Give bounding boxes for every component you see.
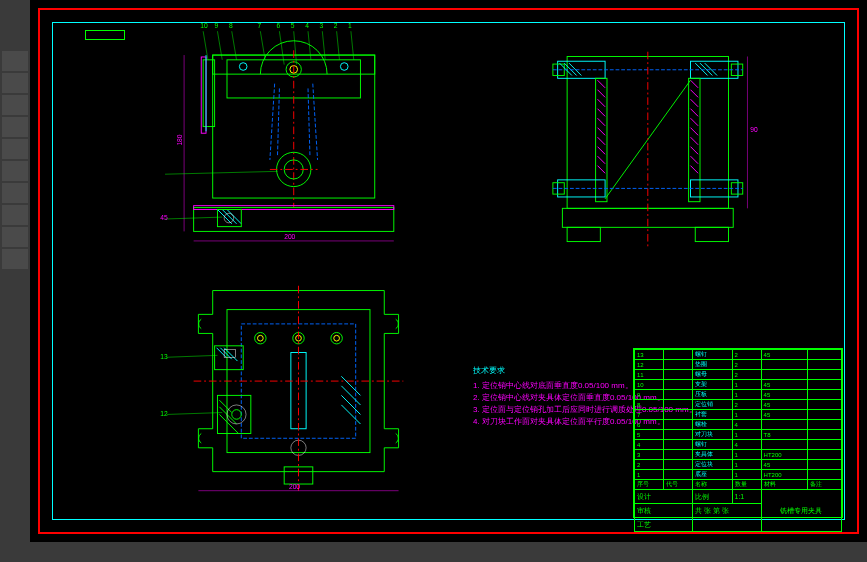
status-bar <box>0 542 867 562</box>
tool-button[interactable] <box>2 205 28 225</box>
svg-line-54 <box>598 127 606 135</box>
bom-table: 13螺钉245 12垫圈2 11螺母2 10支架145 9压板145 8定位销2… <box>634 349 842 532</box>
tool-button[interactable] <box>2 227 28 247</box>
svg-line-57 <box>598 156 606 164</box>
bom-row: 6螺栓4 <box>635 420 842 430</box>
svg-point-87 <box>333 336 339 342</box>
bom-row: 13螺钉245 <box>635 350 842 360</box>
tool-palette <box>0 0 30 562</box>
tool-button[interactable] <box>2 51 28 71</box>
svg-rect-93 <box>214 346 243 370</box>
bom-row: 1底座1HT200 <box>635 470 842 480</box>
drawing-border-outer: 10 9 8 7 6 5 4 3 2 1 <box>38 8 859 534</box>
svg-line-105 <box>341 386 360 405</box>
callout: 4 <box>305 22 309 29</box>
tool-button[interactable] <box>2 95 28 115</box>
bom-row: 7衬套145 <box>635 410 842 420</box>
bom-row: 5对刀块1T8 <box>635 430 842 440</box>
svg-point-82 <box>254 333 265 344</box>
svg-line-67 <box>691 156 699 164</box>
callout: 13 <box>160 354 168 361</box>
svg-line-65 <box>691 137 699 145</box>
callout: 5 <box>290 22 294 29</box>
bom-row: 11螺母2 <box>635 370 842 380</box>
tool-button[interactable] <box>2 139 28 159</box>
dimension: 90 <box>750 126 758 133</box>
callout: 8 <box>228 22 232 29</box>
svg-line-51 <box>598 99 606 107</box>
svg-line-64 <box>691 127 699 135</box>
callout: 3 <box>319 22 323 29</box>
callout: 10 <box>200 22 208 29</box>
tool-button[interactable] <box>2 161 28 181</box>
drawing-viewport[interactable]: 10 9 8 7 6 5 4 3 2 1 <box>30 0 867 542</box>
callout: 9 <box>214 22 218 29</box>
bom-header: 序号代号名称数量材料备注 <box>635 480 842 490</box>
cad-application: 10 9 8 7 6 5 4 3 2 1 <box>0 0 867 562</box>
tool-button[interactable] <box>2 249 28 269</box>
svg-line-0 <box>203 31 208 60</box>
dimension: 200 <box>288 483 299 490</box>
side-view: 90 <box>530 47 775 256</box>
svg-line-109 <box>166 413 221 415</box>
svg-point-16 <box>340 63 348 71</box>
callout: 1 <box>348 22 352 29</box>
bom-row: 4螺钉4 <box>635 440 842 450</box>
bom-row: 3夹具体1HT200 <box>635 450 842 460</box>
svg-line-58 <box>598 165 606 173</box>
bom-row: 12垫圈2 <box>635 360 842 370</box>
svg-line-108 <box>166 356 217 358</box>
dimension: 180 <box>176 134 183 145</box>
svg-line-52 <box>598 108 606 116</box>
svg-line-49 <box>598 80 606 88</box>
top-view: 13 12 200 <box>163 281 424 500</box>
svg-line-66 <box>691 146 699 154</box>
svg-line-59 <box>691 80 699 88</box>
svg-rect-77 <box>695 227 728 241</box>
title-row: 设计比例1:1 铣槽专用夹具 <box>635 490 842 504</box>
svg-point-103 <box>231 410 241 420</box>
svg-rect-76 <box>567 227 600 241</box>
bom-row: 2定位块145 <box>635 460 842 470</box>
callout: 2 <box>333 22 337 29</box>
svg-point-84 <box>330 333 341 344</box>
callout: 12 <box>160 411 168 418</box>
svg-line-53 <box>598 118 606 126</box>
dimension: 200 <box>284 233 295 240</box>
svg-line-106 <box>341 396 360 415</box>
svg-line-50 <box>598 89 606 97</box>
tool-button[interactable] <box>2 183 28 203</box>
svg-line-104 <box>341 377 360 396</box>
tool-button[interactable] <box>2 73 28 93</box>
dimension: 45 <box>160 214 168 221</box>
bom-row: 8定位销245 <box>635 400 842 410</box>
front-view: 10 9 8 7 6 5 4 3 2 1 <box>163 36 424 255</box>
revision-mark <box>85 30 125 40</box>
svg-line-33 <box>165 171 277 174</box>
svg-line-62 <box>691 108 699 116</box>
svg-line-107 <box>341 405 360 424</box>
svg-line-99 <box>219 401 231 413</box>
svg-point-85 <box>257 336 263 342</box>
title-block: 13螺钉245 12垫圈2 11螺母2 10支架145 9压板145 8定位销2… <box>633 348 843 518</box>
svg-line-61 <box>691 99 699 107</box>
svg-point-102 <box>227 405 246 424</box>
tool-button[interactable] <box>2 117 28 137</box>
svg-point-15 <box>239 63 247 71</box>
callout: 6 <box>276 22 280 29</box>
callout: 7 <box>257 22 261 29</box>
svg-line-60 <box>691 89 699 97</box>
svg-line-68 <box>691 165 699 173</box>
svg-line-55 <box>598 137 606 145</box>
svg-line-63 <box>691 118 699 126</box>
svg-line-56 <box>598 146 606 154</box>
bom-row: 9压板145 <box>635 390 842 400</box>
drawing-title: 铣槽专用夹具 <box>761 490 841 532</box>
bom-row: 10支架145 <box>635 380 842 390</box>
